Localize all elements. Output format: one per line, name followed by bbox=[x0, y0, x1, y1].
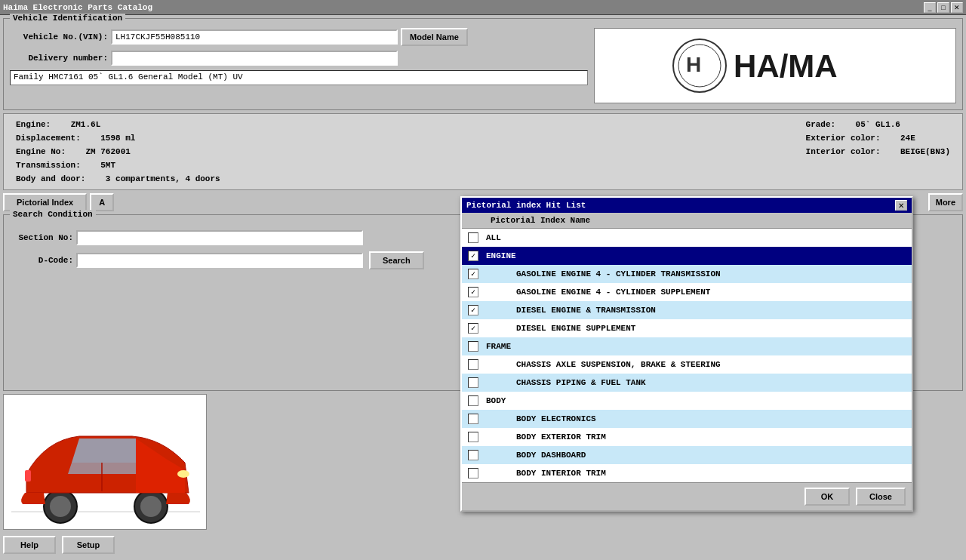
list-item[interactable]: BODY INTERIOR TRIM bbox=[462, 464, 912, 482]
modal-content: Pictorial Index Name ALL ENGINE GASOLINE… bbox=[462, 213, 912, 510]
modal-close-footer-button[interactable]: Close bbox=[856, 488, 906, 506]
checkbox-diesel-supp[interactable] bbox=[468, 323, 478, 334]
list-item[interactable]: ENGINE bbox=[462, 247, 912, 265]
checkbox-chassis-axle[interactable] bbox=[468, 359, 478, 370]
list-item[interactable]: BODY EXTERIOR TRIM bbox=[462, 428, 912, 446]
item-text-chassis-axle: CHASSIS AXLE SUSPENSION, BRAKE & STEERIN… bbox=[486, 360, 721, 369]
modal-footer: OK Close bbox=[462, 482, 912, 510]
checkbox-body-int[interactable] bbox=[468, 468, 478, 478]
pictorial-index-modal: Pictorial index Hit List ✕ Pictorial Ind… bbox=[460, 196, 913, 512]
modal-title-bar: Pictorial index Hit List ✕ bbox=[462, 198, 912, 213]
list-item[interactable]: CHASSIS AXLE SUSPENSION, BRAKE & STEERIN… bbox=[462, 355, 912, 374]
item-text-body-int: BODY INTERIOR TRIM bbox=[486, 469, 606, 478]
checkbox-gas4-trans[interactable] bbox=[468, 269, 478, 279]
item-text-diesel-supp: DIESEL ENGINE SUPPLEMENT bbox=[486, 324, 635, 333]
list-item[interactable]: BODY DASHBOARD bbox=[462, 446, 912, 464]
item-text-gas4-trans: GASOLINE ENGINE 4 - CYLINDER TRANSMISSIO… bbox=[486, 269, 721, 278]
modal-column-header: Pictorial Index Name bbox=[462, 213, 912, 229]
list-item[interactable]: DIESEL ENGINE & TRANSMISSION bbox=[462, 301, 912, 319]
item-text-all: ALL bbox=[486, 233, 501, 242]
modal-ok-button[interactable]: OK bbox=[804, 488, 850, 506]
modal-list: ALL ENGINE GASOLINE ENGINE 4 - CYLINDER … bbox=[462, 229, 912, 482]
item-text-body-dash: BODY DASHBOARD bbox=[486, 451, 586, 460]
checkbox-diesel-trans[interactable] bbox=[468, 305, 478, 315]
modal-close-button[interactable]: ✕ bbox=[895, 200, 907, 211]
checkbox-body[interactable] bbox=[468, 395, 478, 406]
list-item[interactable]: GASOLINE ENGINE 4 - CYLINDER SUPPLEMENT bbox=[462, 283, 912, 301]
list-item[interactable]: BODY bbox=[462, 392, 912, 410]
list-item[interactable]: BODY ELECTRONICS bbox=[462, 410, 912, 428]
checkbox-frame[interactable] bbox=[468, 341, 478, 352]
list-item[interactable]: DIESEL ENGINE SUPPLEMENT bbox=[462, 319, 912, 337]
item-text-diesel-trans: DIESEL ENGINE & TRANSMISSION bbox=[486, 306, 656, 315]
checkbox-body-dash[interactable] bbox=[468, 450, 478, 460]
checkbox-chassis-piping[interactable] bbox=[468, 377, 478, 388]
item-text-gas4-supp: GASOLINE ENGINE 4 - CYLINDER SUPPLEMENT bbox=[486, 288, 710, 297]
item-text-body-elec: BODY ELECTRONICS bbox=[486, 414, 596, 423]
list-item[interactable]: CHASSIS PIPING & FUEL TANK bbox=[462, 374, 912, 392]
item-text-body-ext: BODY EXTERIOR TRIM bbox=[486, 432, 606, 442]
checkbox-gas4-supp[interactable] bbox=[468, 287, 478, 297]
name-col-header: Pictorial Index Name bbox=[491, 216, 590, 225]
modal-overlay: Pictorial index Hit List ✕ Pictorial Ind… bbox=[0, 0, 966, 560]
checkbox-all[interactable] bbox=[468, 232, 478, 243]
item-text-frame: FRAME bbox=[486, 342, 511, 351]
item-text-chassis-piping: CHASSIS PIPING & FUEL TANK bbox=[486, 378, 646, 387]
list-item[interactable]: GASOLINE ENGINE 4 - CYLINDER TRANSMISSIO… bbox=[462, 265, 912, 283]
checkbox-engine[interactable] bbox=[468, 251, 478, 261]
item-text-engine: ENGINE bbox=[486, 251, 516, 260]
item-text-body: BODY bbox=[486, 396, 506, 405]
list-item[interactable]: FRAME bbox=[462, 337, 912, 355]
checkbox-body-ext[interactable] bbox=[468, 432, 478, 442]
list-item[interactable]: ALL bbox=[462, 229, 912, 247]
modal-title: Pictorial index Hit List bbox=[466, 201, 586, 210]
checkbox-body-elec[interactable] bbox=[468, 414, 478, 424]
